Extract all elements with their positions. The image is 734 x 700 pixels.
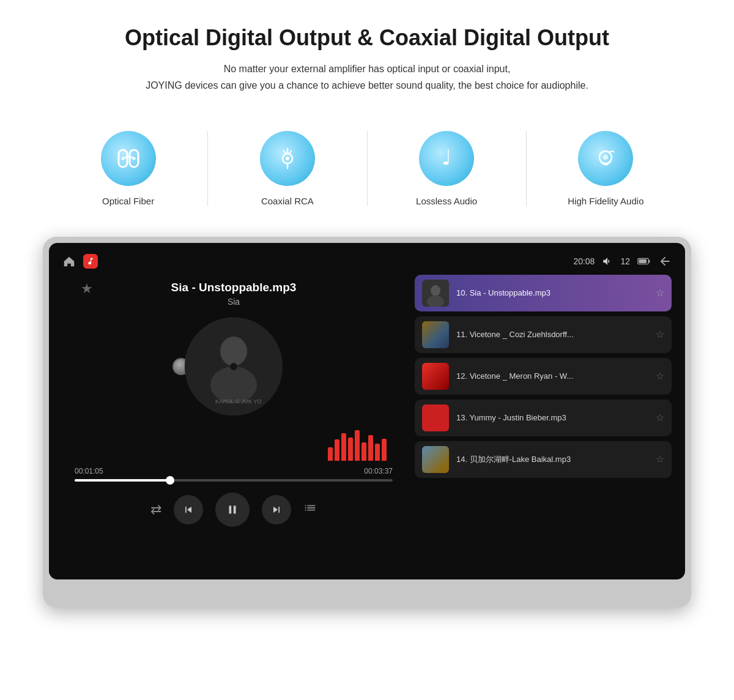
back-icon[interactable] (658, 255, 672, 268)
progress-section: 00:01:05 00:03:37 (69, 467, 399, 482)
playlist-star-4[interactable]: ☆ (656, 412, 664, 423)
album-art-svg: KAROL G JMK YO (185, 318, 283, 415)
subtitle-line1: No matter your external amplifier has op… (224, 64, 511, 74)
album-art-image: KAROL G JMK YO (185, 318, 283, 415)
eq-bar-6 (361, 442, 366, 461)
playlist-thumb-3 (422, 363, 449, 390)
music-app-icon[interactable] (83, 254, 98, 269)
repeat-button[interactable]: ⇄ (150, 502, 161, 518)
progress-fill (75, 479, 170, 482)
svg-point-12 (185, 318, 283, 415)
svg-point-3 (132, 157, 135, 160)
time-current: 00:01:05 (75, 467, 103, 475)
play-pause-button[interactable] (215, 493, 250, 527)
eq-bar-3 (341, 433, 346, 461)
feature-coaxial-rca: Coaxial RCA (208, 131, 367, 206)
playlist-star-3[interactable]: ☆ (656, 370, 664, 382)
playlist-button[interactable] (303, 501, 317, 518)
svg-rect-10 (648, 259, 650, 262)
eq-and-progress: 00:01:05 00:03:37 (62, 420, 405, 482)
eq-bar-9 (382, 439, 387, 461)
feature-high-fidelity: High Fidelity Audio (527, 131, 685, 206)
track-artist: Sia (228, 297, 240, 307)
thumb-art-1 (422, 280, 449, 307)
playlist-star-1[interactable]: ☆ (656, 287, 664, 299)
high-fidelity-label: High Fidelity Audio (568, 196, 643, 206)
eq-bar-2 (335, 439, 339, 461)
playlist-name-1: 10. Sia - Unstoppable.mp3 (456, 288, 648, 297)
optical-fiber-icon-circle (101, 131, 156, 186)
optical-fiber-icon (114, 144, 143, 173)
coaxial-rca-icon (273, 144, 302, 173)
subtitle: No matter your external amplifier has op… (37, 61, 697, 94)
features-row: Optical Fiber Coaxial RCA ♩ Lossless Aud… (0, 113, 734, 231)
svg-text:KAROL G JMK YO: KAROL G JMK YO (215, 398, 262, 404)
high-fidelity-icon (591, 144, 620, 173)
playlist-name-2: 11. Vicetone _ Cozi Zuehlsdorff... (456, 330, 648, 339)
playlist-item-1[interactable]: 10. Sia - Unstoppable.mp3 ☆ (415, 275, 672, 311)
previous-icon (182, 504, 195, 516)
status-right: 20:08 12 (573, 255, 672, 268)
music-note-badge-icon (86, 257, 95, 266)
favorite-star-icon[interactable]: ★ (81, 281, 93, 297)
volume-icon (602, 256, 613, 267)
lossless-audio-icon: ♩ (432, 144, 461, 173)
main-content: ★ Sia - Unstoppable.mp3 Sia (62, 275, 672, 568)
optical-fiber-label: Optical Fiber (102, 196, 154, 206)
playlist-item-3[interactable]: 12. Vicetone _ Meron Ryan - W... ☆ (415, 358, 672, 395)
playlist-item-5[interactable]: 14. 贝加尔湖畔-Lake Baikal.mp3 ☆ (415, 441, 672, 478)
left-player: ★ Sia - Unstoppable.mp3 Sia (62, 275, 405, 568)
progress-thumb[interactable] (166, 476, 174, 485)
feature-optical-fiber: Optical Fiber (49, 131, 208, 206)
eq-bar-1 (328, 447, 333, 461)
playlist-icon (303, 501, 317, 515)
svg-point-2 (121, 157, 124, 160)
device-screen: 20:08 12 (49, 243, 685, 579)
eq-bar-7 (368, 435, 373, 461)
track-title: Sia - Unstoppable.mp3 (171, 281, 297, 294)
svg-point-18 (431, 285, 440, 296)
battery-icon (637, 257, 651, 266)
high-fidelity-icon-circle (578, 131, 633, 186)
playlist-item-2[interactable]: 11. Vicetone _ Cozi Zuehlsdorff... ☆ (415, 316, 672, 353)
playlist-thumb-1 (422, 280, 449, 307)
next-icon (270, 504, 283, 516)
device-section: 20:08 12 (0, 231, 734, 626)
time-total: 00:03:37 (364, 467, 393, 475)
album-art: KAROL G JMK YO (185, 318, 283, 415)
home-icon[interactable] (62, 255, 76, 268)
svg-point-5 (286, 157, 289, 160)
next-button[interactable] (262, 495, 291, 524)
playlist-thumb-2 (422, 321, 449, 348)
svg-point-13 (220, 337, 247, 366)
svg-point-16 (230, 363, 237, 370)
lossless-audio-label: Lossless Audio (416, 196, 477, 206)
playlist-star-5[interactable]: ☆ (656, 453, 664, 465)
lossless-audio-icon-circle: ♩ (419, 131, 474, 186)
album-area: KAROL G JMK YO (185, 318, 283, 415)
status-left (62, 254, 98, 269)
coaxial-rca-label: Coaxial RCA (261, 196, 314, 206)
eq-bar-8 (375, 444, 380, 461)
header-section: Optical Digital Output & Coaxial Digital… (0, 0, 734, 113)
previous-button[interactable] (174, 495, 203, 524)
playlist-name-4: 13. Yummy - Justin Bieber.mp3 (456, 413, 648, 422)
status-volume: 12 (620, 256, 630, 266)
coaxial-rca-icon-circle (260, 131, 315, 186)
playlist-star-2[interactable]: ☆ (656, 329, 664, 340)
playlist-thumb-4 (422, 404, 449, 431)
player-controls: ⇄ (62, 493, 405, 527)
subtitle-line2: JOYING devices can give you a chance to … (146, 80, 588, 91)
eq-bar-5 (355, 430, 360, 461)
progress-times: 00:01:05 00:03:37 (75, 467, 393, 475)
playlist-name-3: 12. Vicetone _ Meron Ryan - W... (456, 371, 648, 381)
device-reflection (49, 577, 685, 601)
playlist-thumb-5 (422, 446, 449, 473)
equalizer-bars (328, 430, 387, 461)
main-title: Optical Digital Output & Coaxial Digital… (37, 24, 697, 51)
playlist-item-4[interactable]: 13. Yummy - Justin Bieber.mp3 ☆ (415, 400, 672, 436)
progress-bar[interactable] (75, 479, 393, 482)
svg-rect-11 (639, 259, 647, 262)
right-playlist: 10. Sia - Unstoppable.mp3 ☆ 11. Vicetone… (415, 275, 672, 568)
feature-lossless-audio: ♩ Lossless Audio (368, 131, 527, 206)
